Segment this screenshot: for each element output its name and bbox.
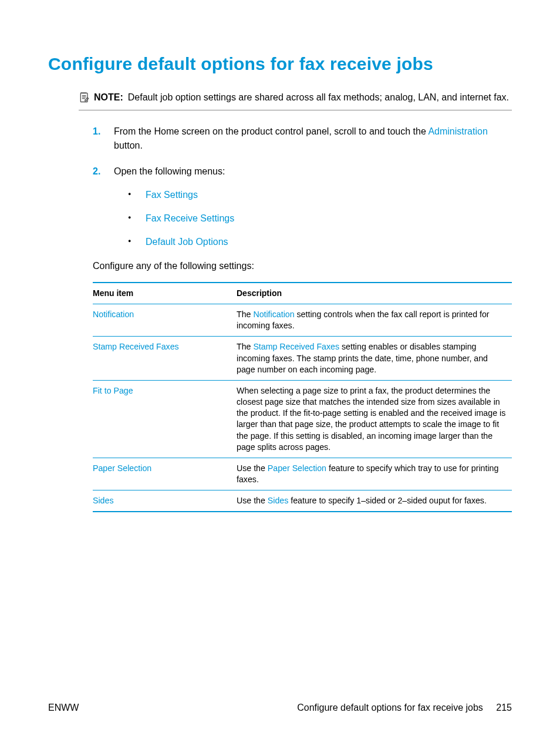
table-header-row: Menu item Description [93, 283, 512, 304]
menu-item-cell: Stamp Received Faxes [93, 337, 237, 381]
bullet-fax-settings: Fax Settings [128, 188, 512, 202]
desc-link: Sides [268, 496, 289, 505]
footer-page-number: 215 [496, 703, 512, 713]
desc-pre: Use the [237, 463, 268, 473]
desc-pre: Use the [237, 496, 268, 505]
step-2-text: Open the following menus: [114, 166, 225, 176]
table-row: Sides Use the Sides feature to specify 1… [93, 490, 512, 512]
description-cell: When selecting a page size to print a fa… [237, 380, 512, 458]
footer-left: ENWW [48, 703, 79, 713]
desc-link: Stamp Received Faxes [253, 342, 339, 351]
desc-pre: The [237, 342, 253, 351]
menu-item-cell: Notification [93, 304, 237, 337]
bullet-label: Fax Settings [146, 190, 198, 200]
desc-post: feature to specify 1–sided or 2–sided ou… [288, 496, 487, 505]
desc-post: When selecting a page size to print a fa… [237, 386, 505, 452]
description-cell: Use the Paper Selection feature to speci… [237, 458, 512, 490]
page-footer: ENWW Configure default options for fax r… [48, 703, 512, 713]
step-2: Open the following menus: Fax Settings F… [93, 164, 512, 249]
bullet-fax-receive-settings: Fax Receive Settings [128, 211, 512, 226]
description-cell: Use the Sides feature to specify 1–sided… [237, 490, 512, 512]
note-icon [79, 92, 90, 103]
bullet-label: Default Job Options [146, 237, 228, 247]
note-text: NOTE:Default job option settings are sha… [94, 90, 509, 104]
description-cell: The Stamp Received Faxes setting enables… [237, 337, 512, 381]
note-block: NOTE:Default job option settings are sha… [79, 90, 512, 110]
steps-list: From the Home screen on the product cont… [93, 125, 512, 249]
settings-table: Menu item Description Notification The N… [93, 282, 512, 512]
bullet-label: Fax Receive Settings [146, 213, 234, 223]
menu-item-cell: Fit to Page [93, 380, 237, 458]
note-label: NOTE: [94, 92, 123, 102]
page-title: Configure default options for fax receiv… [48, 54, 512, 74]
footer-right: Configure default options for fax receiv… [297, 703, 512, 713]
col-menu-item: Menu item [93, 283, 237, 304]
note-body: Default job option settings are shared a… [128, 92, 509, 102]
settings-intro: Configure any of the following settings: [93, 261, 512, 271]
table-row: Paper Selection Use the Paper Selection … [93, 458, 512, 490]
menu-bullets: Fax Settings Fax Receive Settings Defaul… [114, 188, 512, 249]
table-row: Fit to Page When selecting a page size t… [93, 380, 512, 458]
menu-item-cell: Sides [93, 490, 237, 512]
desc-link: Paper Selection [268, 463, 326, 473]
desc-link: Notification [253, 310, 294, 319]
step-1-text-after: button. [114, 140, 143, 150]
desc-pre: The [237, 310, 253, 319]
menu-item-cell: Paper Selection [93, 458, 237, 490]
footer-section-title: Configure default options for fax receiv… [297, 703, 483, 713]
description-cell: The Notification setting controls when t… [237, 304, 512, 337]
step-1-text-before: From the Home screen on the product cont… [114, 126, 428, 136]
col-description: Description [237, 283, 512, 304]
administration-link: Administration [428, 126, 487, 136]
step-1: From the Home screen on the product cont… [93, 125, 512, 153]
table-row: Stamp Received Faxes The Stamp Received … [93, 337, 512, 381]
table-row: Notification The Notification setting co… [93, 304, 512, 337]
bullet-default-job-options: Default Job Options [128, 235, 512, 249]
